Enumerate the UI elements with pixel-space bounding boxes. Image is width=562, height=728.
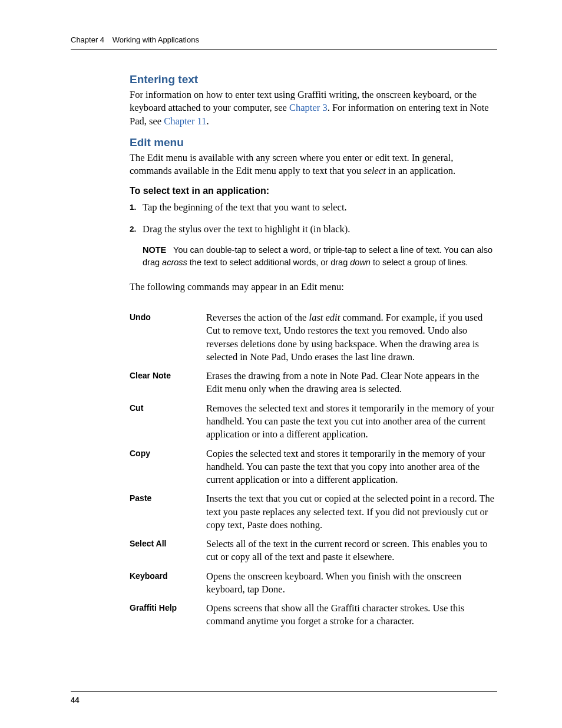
cmd-desc: Copies the selected text and stores it t…: [206, 447, 497, 487]
commands-table: Undo Reverses the action of the last edi…: [130, 311, 497, 628]
select-text-subhead: To select text in an application:: [130, 186, 497, 196]
cmd-term-keyboard: Keyboard: [130, 570, 206, 597]
italic-span: across: [162, 258, 187, 267]
note-text: to select a group of lines.: [371, 258, 468, 267]
steps-list: 1. Tap the beginning of the text that yo…: [130, 201, 497, 236]
cmd-term-select-all: Select All: [130, 538, 206, 564]
edit-menu-paragraph: The Edit menu is available with any scre…: [130, 151, 497, 178]
chapter-3-link[interactable]: Chapter 3: [289, 102, 328, 113]
table-row: Copy Copies the selected text and stores…: [130, 447, 497, 487]
cmd-desc: Reverses the action of the last edit com…: [206, 311, 497, 364]
italic-span: last edit: [309, 312, 340, 323]
cmd-term-cut: Cut: [130, 402, 206, 442]
cmd-term-undo: Undo: [130, 311, 206, 364]
note-block: NOTE You can double-tap to select a word…: [143, 244, 497, 269]
table-row: Undo Reverses the action of the last edi…: [130, 311, 497, 364]
cmd-term-copy: Copy: [130, 447, 206, 487]
step-1: 1. Tap the beginning of the text that yo…: [130, 201, 497, 214]
table-row: Graffiti Help Opens screens that show al…: [130, 602, 497, 628]
table-row: Select All Selects all of the text in th…: [130, 538, 497, 564]
text-span: in an application.: [386, 165, 455, 176]
entering-text-heading: Entering text: [130, 73, 497, 86]
cmd-desc: Opens screens that show all the Graffiti…: [206, 602, 497, 628]
cmd-desc: Inserts the text that you cut or copied …: [206, 492, 497, 532]
cmd-term-graffiti-help: Graffiti Help: [130, 602, 206, 628]
note-text: the text to select additional words, or …: [187, 258, 350, 267]
step-text: Tap the beginning of the text that you w…: [143, 202, 347, 213]
chapter-title: Working with Applications: [113, 35, 199, 44]
step-text: Drag the stylus over the text to highlig…: [143, 223, 350, 235]
page: Chapter 4 Working with Applications Ente…: [0, 0, 562, 728]
step-2: 2. Drag the stylus over the text to high…: [130, 223, 497, 236]
cmd-desc: Erases the drawing from a note in Note P…: [206, 370, 497, 396]
page-number: 44: [71, 691, 497, 704]
table-row: Cut Removes the selected text and stores…: [130, 402, 497, 442]
table-row: Paste Inserts the text that you cut or c…: [130, 492, 497, 532]
text-span: Reverses the action of the: [206, 312, 309, 323]
table-row: Keyboard Opens the onscreen keyboard. Wh…: [130, 570, 497, 597]
table-row: Clear Note Erases the drawing from a not…: [130, 370, 497, 396]
step-number: 1.: [130, 202, 136, 213]
chapter-label: Chapter 4: [71, 35, 104, 44]
cmd-desc: Removes the selected text and stores it …: [206, 402, 497, 442]
cmd-term-paste: Paste: [130, 492, 206, 532]
cmd-term-clear-note: Clear Note: [130, 370, 206, 396]
running-header: Chapter 4 Working with Applications: [71, 35, 497, 50]
entering-text-paragraph: For information on how to enter text usi…: [130, 88, 497, 128]
after-note-paragraph: The following commands may appear in an …: [130, 281, 497, 294]
cmd-desc: Opens the onscreen keyboard. When you fi…: [206, 570, 497, 597]
cmd-desc: Selects all of the text in the current r…: [206, 538, 497, 564]
note-label: NOTE: [143, 245, 166, 255]
italic-span: select: [363, 165, 386, 176]
step-number: 2.: [130, 224, 136, 235]
edit-menu-heading: Edit menu: [130, 136, 497, 149]
chapter-11-link[interactable]: Chapter 11: [164, 116, 206, 127]
italic-span: down: [350, 258, 371, 267]
text-span: .: [206, 116, 209, 127]
main-content: Entering text For information on how to …: [130, 73, 497, 628]
